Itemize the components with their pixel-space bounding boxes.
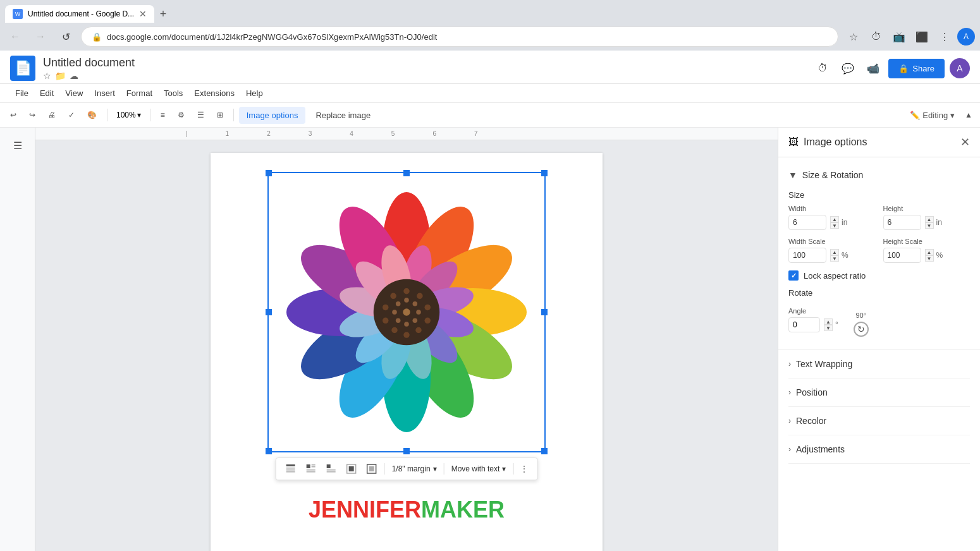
break-text-button[interactable] — [322, 461, 341, 477]
in-front-button[interactable] — [342, 461, 361, 477]
share-button[interactable]: 🔒 Share — [888, 59, 945, 78]
width-scale-input[interactable] — [788, 248, 826, 263]
video-button[interactable]: 📹 — [863, 58, 883, 78]
handle-top-left[interactable] — [266, 170, 272, 176]
svg-point-31 — [391, 327, 398, 334]
menu-item-file[interactable]: File — [10, 85, 34, 101]
width-down[interactable]: ▼ — [830, 222, 839, 229]
margin-select[interactable]: 1/8" margin ▾ — [388, 463, 441, 475]
menu-item-edit[interactable]: Edit — [35, 85, 59, 101]
folder-icon[interactable]: 📁 — [55, 71, 66, 81]
rotate-icon-button[interactable]: ↻ — [854, 322, 869, 337]
handle-top-center[interactable] — [403, 170, 410, 176]
toolbar-icon-3[interactable]: ☰ — [192, 108, 209, 122]
recolor-header[interactable]: › Recolor — [788, 407, 970, 435]
handle-mid-left[interactable] — [266, 309, 272, 315]
extensions-button[interactable]: ⬛ — [912, 27, 932, 47]
toolbar-icon-1[interactable]: ≡ — [156, 108, 170, 122]
width-scale-down[interactable]: ▼ — [830, 255, 839, 262]
behind-text-button[interactable] — [362, 461, 381, 477]
address-bar[interactable]: 🔒 docs.google.com/document/d/1J2l4krPzeg… — [81, 27, 838, 47]
image-selection-border[interactable] — [267, 172, 546, 452]
image-options-button[interactable]: Image options — [239, 107, 306, 124]
adjustments-header[interactable]: › Adjustments — [788, 435, 970, 464]
bookmark-button[interactable]: ☆ — [843, 27, 864, 47]
panel-close-button[interactable]: ✕ — [960, 135, 970, 149]
doc-title[interactable]: Untitled document — [43, 56, 805, 70]
outline-icon[interactable]: ☰ — [8, 135, 28, 155]
docs-header-actions: ⏱ 💬 📹 🔒 Share A — [812, 58, 970, 78]
reload-button[interactable]: ↺ — [56, 27, 76, 47]
collapse-toolbar-button[interactable]: ▲ — [962, 108, 975, 122]
angle-stepper[interactable]: ▲ ▼ — [824, 318, 833, 331]
cloud-save-icon[interactable]: ☁ — [70, 71, 78, 81]
main-area: ☰ | 1 2 3 4 5 6 7 — [0, 128, 980, 551]
handle-mid-right[interactable] — [541, 309, 548, 315]
menu-item-view[interactable]: View — [60, 85, 88, 101]
toolbar-icon-2[interactable]: ⚙ — [173, 108, 190, 122]
handle-bot-left[interactable] — [266, 448, 272, 454]
lock-aspect-ratio-row: ✓ Lock aspect ratio — [788, 270, 970, 281]
paint-format-button[interactable]: 🎨 — [82, 108, 102, 122]
profile-avatar[interactable]: A — [957, 28, 975, 45]
angle-up[interactable]: ▲ — [824, 318, 833, 325]
angle-input[interactable] — [788, 317, 820, 332]
forward-button[interactable]: → — [30, 27, 51, 47]
chrome-menu-button[interactable]: ⋮ — [934, 27, 955, 47]
height-up[interactable]: ▲ — [925, 216, 934, 222]
toolbar-icon-4[interactable]: ⊞ — [212, 108, 228, 122]
more-options-button[interactable]: ⋮ — [517, 462, 532, 476]
rotate-90-group: 90° ↻ — [854, 312, 869, 337]
handle-bot-center[interactable] — [403, 448, 410, 454]
menu-item-help[interactable]: Help — [241, 85, 268, 101]
move-with-text-select[interactable]: Move with text ▾ — [448, 463, 510, 475]
user-avatar[interactable]: A — [950, 58, 970, 78]
height-scale-input[interactable] — [883, 248, 921, 263]
tab-title: Untitled document - Google D... — [28, 9, 134, 18]
angle-down[interactable]: ▼ — [824, 325, 833, 331]
height-stepper[interactable]: ▲ ▼ — [925, 216, 934, 229]
position-header[interactable]: › Position — [788, 378, 970, 407]
new-tab-button[interactable]: + — [154, 5, 172, 23]
lock-aspect-checkbox[interactable]: ✓ — [788, 270, 799, 281]
star-icon[interactable]: ☆ — [43, 71, 51, 81]
back-button[interactable]: ← — [5, 27, 25, 47]
inline-layout-button[interactable] — [281, 461, 300, 477]
print-button[interactable]: 🖨 — [43, 108, 61, 122]
height-scale-stepper[interactable]: ▲ ▼ — [925, 249, 934, 262]
ruler-mark-7: 6 — [432, 130, 436, 137]
width-scale-up[interactable]: ▲ — [830, 249, 839, 255]
height-scale-up[interactable]: ▲ — [925, 249, 934, 255]
redo-button[interactable]: ↪ — [24, 108, 40, 122]
handle-bot-right[interactable] — [541, 448, 548, 454]
height-input[interactable] — [883, 215, 921, 230]
text-wrapping-header[interactable]: › Text Wrapping — [788, 350, 970, 378]
wrap-text-button[interactable] — [302, 461, 321, 477]
history-button[interactable]: ⏱ — [812, 58, 833, 78]
width-scale-stepper[interactable]: ▲ ▼ — [830, 249, 839, 262]
height-scale-down[interactable]: ▼ — [925, 255, 934, 262]
size-rotation-chevron: ▼ — [788, 170, 797, 180]
handle-top-right[interactable] — [541, 170, 548, 176]
width-up[interactable]: ▲ — [830, 216, 839, 222]
editing-dropdown[interactable]: ✏️ Editing ▾ — [905, 108, 960, 123]
menu-item-extensions[interactable]: Extensions — [189, 85, 240, 101]
menu-item-tools[interactable]: Tools — [159, 85, 188, 101]
replace-image-button[interactable]: Replace image — [308, 107, 378, 124]
tab-close-icon[interactable]: ✕ — [139, 9, 147, 19]
menu-item-format[interactable]: Format — [121, 85, 157, 101]
undo-button[interactable]: ↩ — [5, 108, 21, 122]
spellcheck-button[interactable]: ✓ — [63, 108, 80, 122]
size-rotation-header[interactable]: ▼ Size & Rotation — [788, 165, 970, 185]
comment-button[interactable]: 💬 — [838, 58, 858, 78]
active-tab[interactable]: W Untitled document - Google D... ✕ — [5, 5, 154, 23]
cast-button[interactable]: 📺 — [889, 27, 909, 47]
profile-history-button[interactable]: ⏱ — [866, 27, 886, 47]
menu-item-insert[interactable]: Insert — [89, 85, 120, 101]
width-stepper[interactable]: ▲ ▼ — [830, 216, 839, 229]
width-input[interactable] — [788, 215, 826, 230]
zoom-select[interactable]: 100% ▾ — [113, 108, 145, 122]
svg-point-38 — [413, 318, 418, 324]
adjustments-chevron: › — [788, 445, 791, 454]
height-down[interactable]: ▼ — [925, 222, 934, 229]
